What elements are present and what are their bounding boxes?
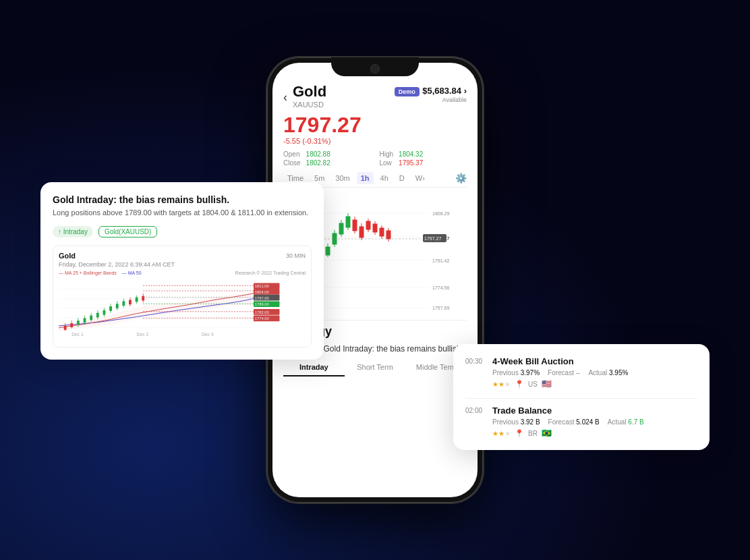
close-label: Close — [283, 159, 301, 167]
svg-rect-57 — [103, 310, 105, 315]
account-value[interactable]: $5,683.84 › — [422, 86, 467, 96]
svg-text:1811.00: 1811.00 — [255, 285, 269, 289]
svg-text:1757.69: 1757.69 — [432, 306, 449, 310]
svg-rect-53 — [90, 316, 92, 320]
svg-rect-28 — [380, 228, 384, 236]
svg-rect-61 — [116, 304, 119, 309]
eco-event-1: 00:30 4-Week Bill Auction Previous 3.97%… — [465, 356, 697, 389]
available-label: Available — [442, 96, 467, 103]
low-label: Low — [380, 159, 394, 167]
svg-text:Dec 2: Dec 2 — [137, 333, 149, 337]
svg-text:1782.00: 1782.00 — [255, 310, 269, 314]
svg-text:Dec 1: Dec 1 — [71, 333, 84, 337]
tab-d[interactable]: D — [395, 172, 409, 184]
svg-rect-63 — [122, 302, 125, 306]
tab-w[interactable]: W› — [411, 172, 429, 184]
eco-stars-1: ★★★ — [492, 381, 511, 388]
screen-header: ‹ Gold XAUUSD Demo $5,683.84 › Available — [283, 84, 467, 109]
tab-intraday[interactable]: Intraday — [283, 359, 345, 376]
eco-actual-1: Actual 3.95% — [588, 369, 628, 376]
svg-rect-20 — [353, 220, 357, 231]
price-stats: Open 1802.88 High 1804.32 Close 1802.82 … — [283, 150, 467, 167]
eco-flag-2: 🇧🇷 — [542, 428, 552, 438]
strategy-tabs: Intraday Short Term Middle Term — [283, 359, 467, 376]
svg-rect-24 — [366, 221, 370, 229]
svg-text:1774.56: 1774.56 — [432, 285, 449, 290]
eco-stars-2: ★★★ — [492, 430, 511, 437]
tab-4h[interactable]: 4h — [376, 172, 393, 184]
mini-chart-timeframe: 30 MIN — [286, 252, 306, 259]
back-button[interactable]: ‹ — [283, 90, 287, 105]
svg-rect-22 — [359, 227, 364, 237]
svg-text:1808.29: 1808.29 — [432, 211, 449, 216]
strategy-text: Gold Intraday: the bias remains bullish. — [324, 344, 463, 354]
price-change: -5.55 (-0.31%) — [283, 137, 467, 145]
eco-previous-2: Previous 3.92 B — [492, 418, 540, 426]
svg-rect-47 — [70, 324, 73, 328]
analysis-card-badges: ↑ Intraday Gold(XAUUSD) — [53, 226, 312, 237]
svg-text:1774.00: 1774.00 — [255, 317, 269, 321]
tab-30m[interactable]: 30m — [331, 172, 353, 184]
intraday-badge[interactable]: ↑ Intraday — [53, 226, 93, 237]
svg-rect-69 — [142, 296, 144, 301]
instrument-subtitle: XAUUSD — [293, 101, 326, 109]
svg-rect-30 — [386, 231, 391, 239]
high-value: 1804.32 — [399, 150, 467, 158]
mini-chart-svg: 1811.00 1804.00 1797.00 1789.00 1782.00 … — [59, 278, 306, 339]
svg-rect-49 — [77, 321, 80, 325]
eco-actual-2: Actual 6.7 B — [608, 418, 644, 426]
analysis-card-desc: Long positions above 1789.00 with target… — [53, 208, 312, 218]
svg-rect-12 — [326, 247, 330, 255]
eco-country-1: US — [528, 381, 538, 388]
mini-chart: Gold 30 MIN Friday, December 2, 2022 6:3… — [53, 246, 312, 347]
svg-rect-45 — [64, 326, 67, 330]
analysis-card: Gold Intraday: the bias remains bullish.… — [40, 182, 324, 360]
eco-name-2: Trade Balance — [492, 405, 552, 416]
eco-name-1: 4-Week Bill Auction — [492, 356, 574, 366]
svg-rect-51 — [84, 318, 86, 323]
economic-card: 00:30 4-Week Bill Auction Previous 3.97%… — [453, 344, 710, 450]
settings-icon[interactable]: ⚙️ — [455, 173, 467, 184]
eco-time-2: 02:00 — [465, 407, 487, 414]
low-value: 1795.37 — [399, 159, 467, 167]
svg-rect-55 — [96, 313, 99, 318]
svg-rect-16 — [339, 223, 343, 234]
eco-time-1: 00:30 — [465, 358, 487, 365]
high-label: High — [380, 150, 394, 158]
svg-rect-18 — [346, 217, 350, 227]
close-value: 1802.82 — [306, 159, 374, 167]
mini-chart-symbol: Gold — [59, 252, 76, 260]
eco-country-2: BR — [528, 430, 538, 437]
svg-text:1797.00: 1797.00 — [255, 296, 269, 300]
svg-rect-26 — [373, 224, 377, 232]
svg-text:1791.42: 1791.42 — [432, 258, 449, 263]
tab-1h[interactable]: 1h — [357, 172, 374, 184]
eco-forecast-2: Forecast 5.024 B — [548, 418, 600, 426]
instrument-title: Gold — [293, 84, 326, 99]
separator — [465, 398, 697, 399]
svg-text:Dec 4: Dec 4 — [202, 333, 214, 337]
tab-short-term[interactable]: Short Term — [345, 359, 406, 376]
svg-text:1789.00: 1789.00 — [255, 303, 269, 307]
svg-text:1804.00: 1804.00 — [255, 290, 269, 294]
demo-badge: Demo — [395, 87, 420, 96]
svg-rect-65 — [129, 300, 132, 305]
price-main: 1797.27 — [283, 114, 467, 136]
open-label: Open — [283, 150, 301, 158]
phone-notch — [331, 57, 419, 76]
svg-rect-59 — [109, 307, 112, 312]
symbol-badge[interactable]: Gold(XAUUSD) — [98, 226, 157, 237]
mini-chart-legend: — MA 25 + Bollinger Bands — MA 50 Resear… — [59, 271, 306, 275]
svg-text:1797.27: 1797.27 — [424, 236, 441, 241]
eco-forecast-1: Forecast -- — [548, 369, 580, 376]
eco-event-2: 02:00 Trade Balance Previous 3.92 B Fore… — [465, 405, 697, 438]
analysis-card-title: Gold Intraday: the bias remains bullish. — [53, 194, 312, 205]
pin-icon-2: 📍 — [515, 429, 524, 438]
open-value: 1802.88 — [306, 150, 374, 158]
mini-chart-date: Friday, December 2, 2022 6:39:44 AM CET — [59, 261, 306, 268]
svg-rect-67 — [136, 298, 138, 302]
eco-flag-1: 🇺🇸 — [542, 379, 552, 389]
eco-previous-1: Previous 3.97% — [492, 369, 540, 376]
pin-icon-1: 📍 — [515, 380, 524, 389]
